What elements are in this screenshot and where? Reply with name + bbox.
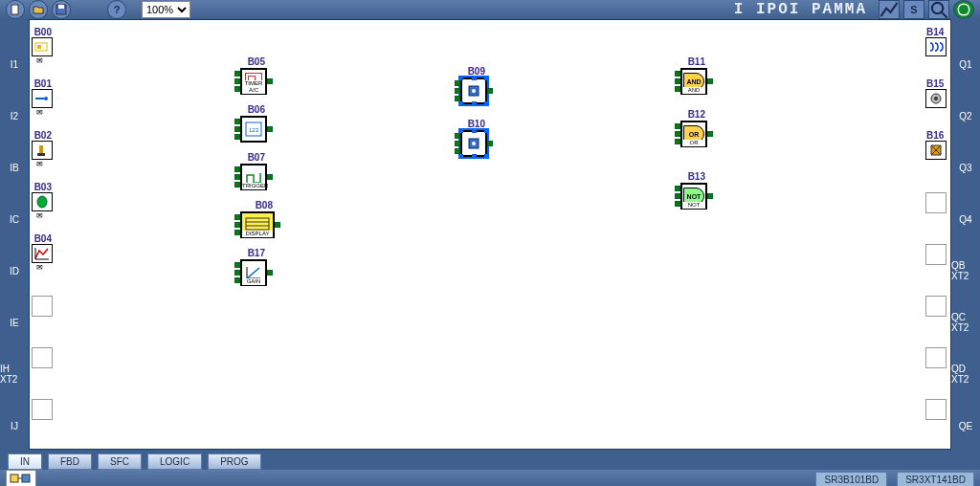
input-label: IC [0, 193, 29, 245]
brand-label: I IPOI PAMMA [734, 1, 867, 18]
svg-point-3 [932, 3, 943, 13]
svg-rect-30 [22, 475, 30, 482]
fbd-block-trigger[interactable]: B07TRIGGER [240, 164, 267, 190]
new-file-button[interactable] [6, 0, 25, 19]
block-caption: DISPLAY [242, 231, 273, 237]
block-caption: AND [682, 87, 705, 94]
output-label: QC XT2 [951, 297, 980, 348]
open-file-button[interactable] [29, 0, 48, 19]
block-caption: TRIGGER [242, 183, 265, 189]
block-id-label: B11 [688, 56, 705, 67]
svg-rect-10 [39, 145, 43, 153]
zoom-select[interactable]: 100% [142, 1, 190, 18]
empty-input-slot[interactable] [32, 296, 53, 317]
output-label: Q3 [951, 142, 980, 193]
status-chip-icon[interactable] [6, 470, 36, 486]
svg-point-16 [934, 97, 938, 100]
tab-logic[interactable]: LOGIC [147, 453, 202, 470]
svg-text:123: 123 [249, 127, 259, 133]
s-mode-button[interactable]: S [903, 0, 924, 19]
save-file-button[interactable] [52, 0, 71, 19]
input-label: I1 [0, 38, 29, 90]
mail-icon: ✉ [36, 160, 43, 168]
fbd-block-not[interactable]: B13NOTNOT [680, 183, 707, 210]
input-port[interactable]: B02✉ [32, 141, 53, 160]
tab-fbd[interactable]: FBD [48, 453, 92, 470]
input-port[interactable]: B04✉ [32, 244, 53, 263]
empty-output-slot[interactable] [925, 244, 947, 265]
chart-mode-button[interactable] [879, 0, 900, 19]
device-badge-1[interactable]: SR3B101BD [815, 472, 887, 487]
block-id-label: B12 [688, 109, 705, 120]
fbd-block-counter[interactable]: B06123 [240, 116, 267, 143]
output-label: Q2 [951, 90, 980, 142]
output-port[interactable]: B16 [925, 141, 947, 160]
tab-in[interactable]: IN [8, 453, 42, 470]
block-id-label: B05 [248, 56, 265, 67]
svg-point-26 [472, 89, 476, 93]
input-port[interactable]: B03✉ [32, 192, 53, 211]
top-toolbar: ? 100% I IPOI PAMMA S [0, 0, 980, 19]
svg-rect-0 [11, 5, 18, 14]
input-port[interactable]: B01✉ [32, 89, 53, 108]
input-port[interactable]: B00✉ [32, 37, 53, 56]
fbd-block-gain[interactable]: B17GAIN [240, 259, 267, 286]
device-badge-2[interactable]: SR3XT141BD [897, 472, 974, 487]
output-label: Q1 [951, 38, 980, 90]
block-id-label: B13 [688, 171, 705, 182]
fbd-block-display[interactable]: B08DISPLAY [240, 211, 275, 238]
empty-output-slot[interactable] [925, 347, 947, 368]
block-id-label: B08 [256, 200, 273, 210]
empty-output-slot[interactable] [925, 192, 947, 213]
svg-rect-11 [37, 153, 45, 156]
help-button[interactable]: ? [107, 0, 126, 19]
fbd-canvas[interactable]: B00✉B01✉B02✉B03✉B04✉B14B15B16B05TIMER A/… [30, 20, 950, 449]
empty-input-slot[interactable] [32, 399, 53, 420]
block-id-label: B16 [926, 130, 944, 141]
empty-output-slot[interactable] [925, 399, 947, 420]
input-label: IJ [0, 400, 29, 452]
svg-point-28 [472, 142, 476, 145]
output-label: QE [951, 400, 980, 452]
mail-icon: ✉ [36, 263, 43, 272]
block-id-label: B04 [34, 233, 52, 244]
fbd-block-timer[interactable]: B05TIMER A/C [240, 68, 267, 95]
empty-output-slot[interactable] [925, 296, 947, 317]
output-rail: Q1Q2Q3Q4QB XT2QC XT2QD XT2QE [951, 19, 980, 453]
svg-rect-7 [37, 45, 41, 49]
input-label: IB [0, 142, 29, 193]
input-rail: I1I2IBICIDIEIH XT2IJ [0, 19, 29, 453]
block-id-label: B02 [34, 130, 52, 141]
fbd-block-mux[interactable]: B09 [460, 77, 487, 104]
block-id-label: B03 [34, 182, 52, 192]
svg-rect-29 [11, 475, 18, 482]
output-label: QD XT2 [951, 348, 980, 400]
run-button[interactable] [953, 0, 974, 19]
empty-input-slot[interactable] [32, 347, 53, 368]
svg-line-4 [942, 12, 947, 18]
block-id-label: B06 [248, 104, 265, 115]
canvas-scroll[interactable]: B00✉B01✉B02✉B03✉B04✉B14B15B16B05TIMER A/… [29, 19, 951, 450]
input-label: I2 [0, 90, 29, 142]
output-port[interactable]: B15 [925, 89, 947, 108]
tab-prog[interactable]: PROG [208, 453, 260, 470]
output-port[interactable]: B14 [925, 37, 947, 56]
block-id-label: B15 [926, 78, 944, 89]
fbd-block-mux[interactable]: B10 [460, 130, 487, 157]
svg-rect-19 [246, 218, 269, 230]
block-caption: NOT [682, 202, 705, 209]
svg-point-9 [44, 97, 48, 100]
block-id-label: B01 [34, 78, 52, 89]
block-caption: TIMER A/C [242, 80, 265, 94]
input-label: ID [0, 245, 29, 297]
tab-sfc[interactable]: SFC [98, 453, 142, 470]
bottom-tabs: INFBDSFCLOGICPROG [0, 453, 980, 470]
search-button[interactable] [928, 0, 949, 19]
fbd-block-or[interactable]: B12OROR [680, 121, 707, 147]
mail-icon: ✉ [36, 108, 43, 117]
block-caption: GAIN [242, 278, 265, 285]
svg-rect-2 [58, 5, 64, 9]
fbd-block-and[interactable]: B11ANDAND [680, 68, 707, 95]
block-id-label: B14 [926, 27, 944, 37]
input-label: IE [0, 297, 29, 348]
